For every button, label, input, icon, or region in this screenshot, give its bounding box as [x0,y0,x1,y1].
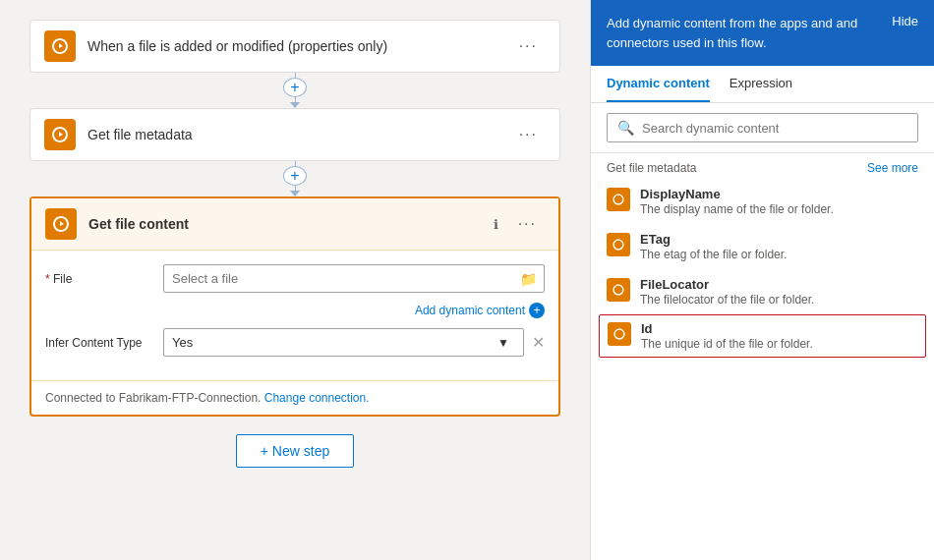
step1-block[interactable]: When a file is added or modified (proper… [29,20,560,73]
dynamic-item-id[interactable]: Id The unique id of the file or folder. [599,314,926,358]
step2-title: Get file metadata [88,127,511,142]
step2-more-button[interactable]: ··· [511,122,546,147]
dynamic-item-etag[interactable]: ETag The etag of the file or folder. [591,224,934,269]
new-step-label: + New step [261,443,329,459]
step3-help-icon[interactable]: ℹ [494,217,498,232]
panel-content: Get file metadata See more DisplayName T… [591,153,934,560]
search-icon: 🔍 [617,120,634,136]
id-title: Id [641,321,813,336]
tab-expression[interactable]: Expression [730,66,792,102]
section-header: Get file metadata See more [591,153,934,179]
step3-title: Get file content [88,216,494,232]
connector2: + [283,161,307,196]
displayname-icon [607,188,630,211]
connector2-arrow [290,191,300,196]
id-icon [608,322,631,346]
file-field-row: * File 📁 [45,264,545,293]
step3-expanded: Get file content ℹ ··· * File 📁 Add dyna… [29,196,560,417]
dynamic-item-displayname[interactable]: DisplayName The display name of the file… [591,179,934,224]
connector1-plus[interactable]: + [283,78,307,97]
panel-header: Add dynamic content from the apps and an… [591,0,934,66]
etag-desc: The etag of the file or folder. [640,248,787,261]
panel-search-area: 🔍 [591,103,934,153]
etag-title: ETag [640,232,787,247]
step3-more-button[interactable]: ··· [510,211,545,237]
connector1: + [283,73,307,108]
add-dynamic-label: Add dynamic content [415,304,525,317]
connection-info: Connected to Fabrikam-FTP-Connection. Ch… [31,380,558,415]
panel-hide-button[interactable]: Hide [892,14,918,28]
search-input-wrap: 🔍 [607,113,918,142]
displayname-title: DisplayName [640,187,834,201]
step2-block[interactable]: Get file metadata ··· [29,108,560,161]
filelocator-title: FileLocator [640,277,814,292]
filelocator-desc: The filelocator of the file or folder. [640,293,814,307]
infer-select[interactable]: Yes No [163,328,524,357]
new-step-button[interactable]: + New step [236,434,354,468]
search-dynamic-input[interactable] [642,121,907,136]
add-dynamic-plus-icon: + [529,303,545,318]
etag-icon [607,233,630,256]
displayname-desc: The display name of the file or folder. [640,202,834,216]
tab-dynamic-content[interactable]: Dynamic content [607,66,710,102]
filelocator-text: FileLocator The filelocator of the file … [640,277,814,307]
etag-text: ETag The etag of the file or folder. [640,232,787,261]
file-required-star: * [45,272,53,286]
panel-header-text: Add dynamic content from the apps and an… [607,14,880,52]
flow-canvas: When a file is added or modified (proper… [0,0,590,560]
dynamic-content-panel: Add dynamic content from the apps and an… [590,0,934,560]
see-more-button[interactable]: See more [867,161,918,175]
infer-select-wrap: Yes No ▼ ✕ [163,328,545,357]
folder-icon: 📁 [520,271,537,287]
connector2-plus[interactable]: + [283,166,307,186]
id-text: Id The unique id of the file or folder. [641,321,813,351]
file-label-text: File [53,272,72,286]
add-dynamic-content-link[interactable]: Add dynamic content + [45,303,545,318]
id-desc: The unique id of the file or folder. [641,337,813,351]
step1-title: When a file is added or modified (proper… [88,38,511,54]
dynamic-item-filelocator[interactable]: FileLocator The filelocator of the file … [591,269,934,314]
step1-icon [44,30,76,62]
step2-icon [44,119,76,150]
infer-label: Infer Content Type [45,336,163,350]
file-label: * File [45,272,163,286]
change-connection-link[interactable]: Change connection. [264,391,370,405]
section-title: Get file metadata [607,161,696,175]
step3-icon [45,208,77,240]
step3-body: * File 📁 Add dynamic content + Infer Con… [31,251,558,380]
filelocator-icon [607,278,630,302]
infer-field-row: Infer Content Type Yes No ▼ ✕ [45,328,545,357]
connection-text: Connected to Fabrikam-FTP-Connection. [45,391,261,405]
infer-clear-icon[interactable]: ✕ [532,333,545,352]
displayname-text: DisplayName The display name of the file… [640,187,834,216]
file-input[interactable] [163,264,545,293]
step3-header: Get file content ℹ ··· [31,198,558,251]
panel-tabs: Dynamic content Expression [591,66,934,103]
step1-more-button[interactable]: ··· [511,33,546,59]
file-input-wrap: 📁 [163,264,545,293]
